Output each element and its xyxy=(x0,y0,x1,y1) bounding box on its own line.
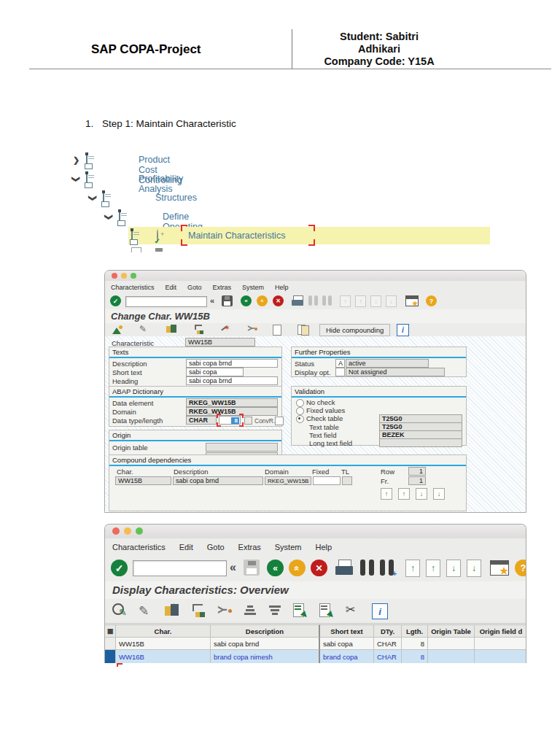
column-header-origin-table[interactable]: Origin Table xyxy=(428,624,475,638)
cut-scissors-icon[interactable]: ✂ xyxy=(346,603,360,617)
find-icon[interactable] xyxy=(308,295,318,306)
editor-mini-icon[interactable] xyxy=(244,417,252,425)
find-next-icon[interactable] xyxy=(322,295,332,306)
cell-char[interactable]: WW16B xyxy=(116,650,211,663)
display-pencil-icon[interactable]: ✎ xyxy=(139,603,153,618)
convr-checkbox[interactable] xyxy=(275,417,284,425)
column-header-lgth[interactable]: Lgth. xyxy=(402,624,428,638)
compound-tl-cell[interactable] xyxy=(342,476,352,485)
table-row-ww15b[interactable]: WW15B sabi copa brnd sabi copa CHAR 8 xyxy=(105,638,526,650)
window-titlebar[interactable] xyxy=(105,271,526,282)
menu-characteristics[interactable]: Characteristics xyxy=(111,284,155,291)
column-header-short-text[interactable]: Short text xyxy=(320,624,374,638)
tree-row-structures[interactable]: ❯ Structures xyxy=(90,192,91,205)
status-text-field[interactable]: active xyxy=(346,359,429,368)
cell-short-text[interactable]: sabi copa xyxy=(320,638,374,650)
display-change-pencil-icon[interactable]: ✎ xyxy=(139,324,149,334)
hide-compounding-button[interactable]: Hide compounding xyxy=(319,324,390,336)
cell-char[interactable]: WW15B xyxy=(116,638,211,650)
copy-clipboard-icon[interactable] xyxy=(166,325,176,334)
row-select-cell[interactable] xyxy=(105,638,116,650)
window-titlebar[interactable] xyxy=(105,525,526,539)
command-field[interactable] xyxy=(125,296,207,307)
menu-system[interactable]: System xyxy=(242,284,264,291)
minimize-traffic-light[interactable] xyxy=(121,273,127,279)
compound-prev-page-icon[interactable]: ↑ xyxy=(398,488,410,500)
close-traffic-light[interactable] xyxy=(112,527,120,535)
menu-goto[interactable]: Goto xyxy=(187,284,202,291)
display-change-magnifier-icon[interactable]: ✎ xyxy=(112,603,127,618)
fixed-values-radio[interactable] xyxy=(296,407,304,415)
menu-system[interactable]: System xyxy=(275,543,302,551)
exit-button[interactable]: « xyxy=(289,560,306,576)
origin-table-field[interactable] xyxy=(206,443,278,452)
last-page-icon[interactable]: ↓ xyxy=(386,295,397,307)
info-icon[interactable]: i xyxy=(372,603,388,619)
enter-button[interactable]: ✓ xyxy=(111,560,128,576)
print-icon[interactable] xyxy=(292,295,303,306)
description-field[interactable]: sabi copa brnd xyxy=(186,359,278,368)
length-field[interactable]: 8 xyxy=(219,416,241,425)
column-header-description[interactable]: Description xyxy=(211,624,320,638)
column-header-char[interactable]: Char. xyxy=(116,624,211,638)
cell-dty[interactable]: CHAR xyxy=(374,638,402,650)
cell-lgth[interactable]: 8 xyxy=(402,638,428,650)
mountain-chart-icon[interactable] xyxy=(112,325,122,334)
tree-row-maintain-characteristics[interactable]: +✓ Maintain Characteristics xyxy=(128,227,490,244)
cell-description[interactable]: brand copa nimesh xyxy=(211,650,320,663)
print-icon[interactable] xyxy=(335,560,353,576)
save-icon-disabled[interactable] xyxy=(244,560,260,576)
cell-short-text[interactable]: brand copa xyxy=(320,650,374,663)
previous-page-icon[interactable]: ↑ xyxy=(426,560,440,577)
table-row-ww16b-selected[interactable]: WW16B brand copa nimesh brand copa CHAR … xyxy=(105,650,526,663)
column-header-origin-field[interactable]: Origin field d xyxy=(475,624,526,638)
wand-icon[interactable]: ✶ xyxy=(220,324,230,334)
column-header-dty[interactable]: DTy. xyxy=(374,624,402,638)
display-opt-code-field[interactable] xyxy=(335,368,345,376)
menu-extras[interactable]: Extras xyxy=(213,284,232,291)
cell-origin-field[interactable] xyxy=(475,638,526,650)
where-used-split-icon[interactable]: Y xyxy=(217,603,232,618)
cell-origin-field[interactable] xyxy=(475,650,526,663)
select-block-icon[interactable]: ▶ xyxy=(319,603,334,618)
tree-row-profitability[interactable]: ❯ Profitability Analysis xyxy=(73,173,74,186)
menu-characteristics[interactable]: Characteristics xyxy=(112,543,166,551)
command-field[interactable] xyxy=(133,560,227,576)
characteristic-field[interactable]: WW15B xyxy=(185,338,255,347)
cancel-button[interactable]: ✕ xyxy=(273,295,284,306)
transport-crane-icon[interactable] xyxy=(193,325,203,334)
cell-origin-table[interactable] xyxy=(428,638,475,650)
no-check-radio[interactable] xyxy=(296,399,304,407)
select-detail-icon[interactable]: ▶ xyxy=(293,603,308,618)
sort-descending-icon[interactable] xyxy=(268,604,283,617)
menu-extras[interactable]: Extras xyxy=(238,543,261,551)
compound-fixed-cell[interactable] xyxy=(313,476,341,485)
cancel-button[interactable]: ✕ xyxy=(311,560,327,576)
tree-item-label[interactable]: Structures xyxy=(155,193,197,203)
first-page-icon[interactable]: ↑ xyxy=(340,295,351,307)
back-button[interactable]: « xyxy=(267,560,284,576)
status-code-field[interactable]: A xyxy=(335,359,345,368)
select-all-icon[interactable]: ▦ xyxy=(105,624,116,638)
save-icon[interactable] xyxy=(222,295,233,306)
first-page-icon[interactable]: ↑ xyxy=(405,560,420,577)
data-element-field[interactable]: RKEG_WW15B xyxy=(186,398,278,407)
row-select-cell-selected[interactable] xyxy=(105,650,116,663)
collapse-icon[interactable]: « xyxy=(210,296,214,305)
exit-button[interactable]: « xyxy=(257,295,268,306)
chevron-down-icon[interactable]: ❯ xyxy=(104,214,114,220)
tree-item-label[interactable]: Profitability Analysis xyxy=(139,174,183,194)
cell-description[interactable]: sabi copa brnd xyxy=(211,638,320,650)
next-page-icon[interactable]: ↓ xyxy=(446,560,461,577)
tree-item-label[interactable]: Maintain Characteristics xyxy=(188,231,285,241)
help-button[interactable]: ? xyxy=(515,560,526,576)
cell-lgth[interactable]: 8 xyxy=(402,650,428,663)
compound-last-page-icon[interactable]: ↓ xyxy=(433,488,445,500)
find-icon[interactable] xyxy=(360,560,374,576)
menu-edit[interactable]: Edit xyxy=(166,284,177,291)
info-icon[interactable]: i xyxy=(397,324,409,336)
where-used-split-icon[interactable]: Y xyxy=(247,324,257,334)
find-next-icon[interactable]: + xyxy=(380,560,394,576)
check-table-radio[interactable] xyxy=(296,415,304,423)
chevron-down-icon[interactable]: ❯ xyxy=(88,195,98,201)
